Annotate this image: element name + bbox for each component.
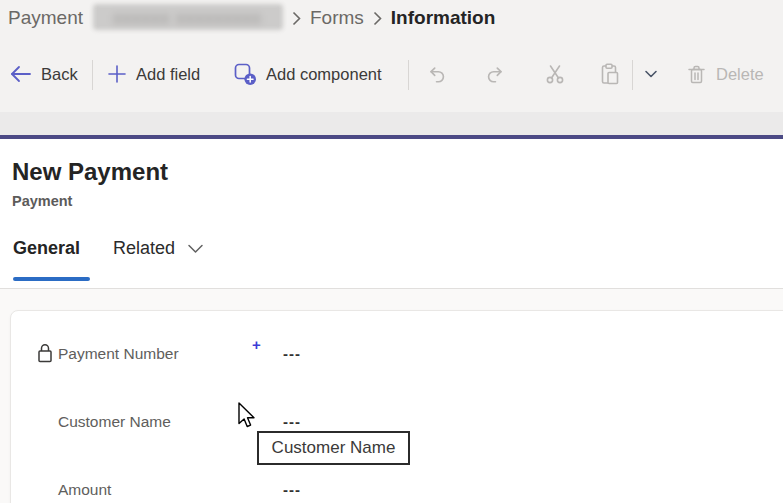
tab-related-label: Related: [113, 238, 175, 259]
breadcrumb-root[interactable]: Payment: [8, 4, 83, 32]
purple-divider: [0, 135, 783, 139]
field-row-amount[interactable]: Amount ---: [11, 478, 783, 503]
breadcrumb: Payment xxxxxx xxxxxxxxx Forms Informati…: [0, 0, 783, 42]
add-field-button[interactable]: Add field: [103, 56, 204, 92]
back-label: Back: [41, 65, 78, 84]
breadcrumb-chevron-icon: [373, 4, 382, 32]
back-arrow-icon: [10, 65, 32, 83]
paste-button[interactable]: [594, 56, 626, 92]
toolbar-divider: [408, 60, 409, 90]
form-section-card: Payment Number + --- Customer Name --- A…: [10, 310, 783, 503]
tab-related[interactable]: Related: [113, 238, 204, 259]
toolbar-divider: [92, 60, 93, 90]
trash-icon: [686, 64, 707, 85]
add-component-label: Add component: [266, 65, 382, 84]
chevron-down-icon: [642, 65, 660, 83]
redacted-entity-name: xxxxxx xxxxxxxxx: [93, 4, 283, 30]
breadcrumb-current: Information: [391, 4, 496, 32]
mouse-cursor-icon: [237, 402, 256, 429]
field-value: ---: [283, 413, 301, 430]
breadcrumb-chevron-icon: [292, 4, 301, 32]
field-row-payment-number[interactable]: Payment Number + ---: [11, 342, 783, 382]
field-value: ---: [283, 481, 301, 498]
field-label: Customer Name: [58, 413, 171, 431]
cut-button[interactable]: [540, 56, 570, 92]
scissors-icon: [544, 63, 566, 85]
field-value: ---: [283, 345, 301, 362]
add-component-icon: [234, 63, 257, 86]
field-label: Amount: [58, 481, 111, 499]
tab-general[interactable]: General: [13, 238, 80, 259]
page-title: New Payment: [12, 158, 168, 186]
required-indicator: +: [252, 336, 261, 353]
lock-icon: [37, 342, 53, 363]
undo-button[interactable]: [422, 56, 452, 92]
undo-icon: [426, 63, 448, 85]
delete-button[interactable]: Delete: [682, 56, 768, 92]
clipboard-paste-icon: [598, 62, 622, 86]
chevron-down-icon: [187, 243, 204, 255]
back-button[interactable]: Back: [6, 56, 82, 92]
tooltip-text: Customer Name: [272, 438, 396, 458]
command-bar: Back Add field Add component: [0, 42, 783, 112]
toolbar-divider: [632, 60, 633, 90]
sub-header-band: [0, 112, 783, 135]
page-subtitle: Payment: [12, 193, 72, 209]
tooltip: Customer Name: [257, 431, 410, 465]
redo-icon: [484, 63, 506, 85]
delete-label: Delete: [716, 65, 764, 84]
overflow-chevron-button[interactable]: [638, 56, 664, 92]
active-tab-underline: [13, 277, 90, 281]
redo-button[interactable]: [480, 56, 510, 92]
field-label: Payment Number: [58, 345, 179, 363]
breadcrumb-forms[interactable]: Forms: [310, 4, 364, 32]
plus-icon: [107, 64, 127, 84]
add-field-label: Add field: [136, 65, 200, 84]
add-component-button[interactable]: Add component: [230, 56, 386, 92]
